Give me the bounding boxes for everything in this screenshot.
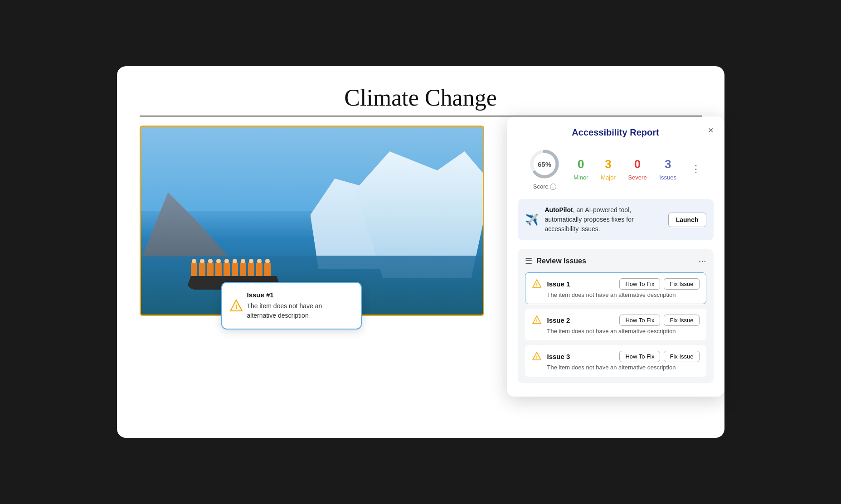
major-value: 3 bbox=[605, 157, 611, 171]
score-more-button[interactable]: ⋮ bbox=[689, 163, 703, 175]
person bbox=[207, 262, 214, 278]
svg-text:!: ! bbox=[235, 303, 237, 310]
review-section: ☰ Review Issues ··· ! Is bbox=[518, 249, 714, 383]
issue-item-1: ! Issue 1 How To Fix Fix Issue The item … bbox=[525, 272, 706, 304]
issue-1-row: Issue 1 How To Fix Fix Issue bbox=[547, 278, 700, 290]
issue-1-fix-issue-button[interactable]: Fix Issue bbox=[664, 278, 699, 290]
issue-2-warning-icon: ! bbox=[532, 315, 542, 327]
issue-1-actions: How To Fix Fix Issue bbox=[619, 278, 699, 290]
score-label: Score i bbox=[533, 183, 556, 190]
issue-3-actions: How To Fix Fix Issue bbox=[619, 351, 699, 362]
issue-3-description: The item does not have an alternative de… bbox=[547, 364, 700, 371]
slide-title: Climate Change bbox=[140, 84, 702, 111]
issue-1-how-to-fix-button[interactable]: How To Fix bbox=[619, 278, 660, 290]
person bbox=[199, 262, 205, 278]
autopilot-banner: ✈️ AutoPilot, an AI-powered tool, automa… bbox=[518, 199, 714, 240]
severe-item: 0 Severe bbox=[628, 157, 647, 181]
issue-tooltip: ! Issue #1 The item does not have an alt… bbox=[221, 282, 362, 330]
issue-3-name: Issue 3 bbox=[547, 353, 570, 360]
issues-value: 3 bbox=[665, 157, 671, 171]
severe-label: Severe bbox=[628, 174, 647, 181]
person bbox=[240, 262, 246, 278]
issues-label: Issues bbox=[659, 174, 676, 181]
issue-item-3: ! Issue 3 How To Fix Fix Issue The item … bbox=[525, 345, 706, 377]
minor-value: 0 bbox=[578, 157, 584, 171]
score-donut-chart: 65% bbox=[528, 148, 561, 180]
issue-3-warning-icon: ! bbox=[532, 351, 542, 363]
review-header: ☰ Review Issues ··· bbox=[525, 256, 706, 266]
svg-text:!: ! bbox=[536, 282, 537, 287]
review-issues-icon: ☰ bbox=[525, 256, 532, 266]
person bbox=[215, 262, 222, 278]
issue-2-description: The item does not have an alternative de… bbox=[547, 328, 700, 334]
main-container: Climate Change bbox=[117, 66, 724, 438]
score-item: 65% Score i bbox=[528, 148, 561, 190]
minor-label: Minor bbox=[574, 174, 588, 181]
review-issues-title: Review Issues bbox=[537, 257, 586, 265]
major-label: Major bbox=[601, 174, 616, 181]
svg-text:!: ! bbox=[536, 319, 537, 323]
score-row: 65% Score i 0 Minor 3 Major bbox=[518, 148, 714, 190]
slide-content: ! Issue #1 The item does not have an alt… bbox=[140, 126, 702, 316]
issue-1-description: The item does not have an alternative de… bbox=[547, 291, 700, 298]
svg-text:65%: 65% bbox=[538, 160, 551, 168]
autopilot-icon: ✈️ bbox=[525, 213, 539, 226]
panel-title: Accessibility Report bbox=[572, 127, 659, 138]
issues-item: 3 Issues bbox=[659, 157, 676, 181]
people-group bbox=[191, 262, 271, 278]
person bbox=[248, 262, 254, 278]
issue-1-name: Issue 1 bbox=[547, 280, 570, 288]
issue-2-fix-issue-button[interactable]: Fix Issue bbox=[664, 315, 699, 326]
autopilot-brand: AutoPilot bbox=[545, 206, 573, 213]
major-item: 3 Major bbox=[601, 157, 616, 181]
issue-3-row: Issue 3 How To Fix Fix Issue bbox=[547, 351, 700, 362]
issue-2-content: Issue 2 How To Fix Fix Issue The item do… bbox=[547, 315, 700, 334]
panel-header: Accessibility Report × bbox=[518, 127, 714, 138]
review-more-button[interactable]: ··· bbox=[699, 256, 706, 266]
person bbox=[224, 262, 230, 278]
issue-3-fix-issue-button[interactable]: Fix Issue bbox=[664, 351, 699, 362]
review-title-group: ☰ Review Issues bbox=[525, 256, 586, 266]
issue-1-warning-icon: ! bbox=[532, 279, 542, 291]
score-info-icon[interactable]: i bbox=[550, 184, 556, 190]
issue-2-name: Issue 2 bbox=[547, 316, 570, 324]
tooltip-title: Issue #1 bbox=[247, 291, 352, 299]
issue-2-how-to-fix-button[interactable]: How To Fix bbox=[619, 315, 660, 326]
launch-button[interactable]: Launch bbox=[668, 213, 706, 227]
autopilot-text: AutoPilot, an AI-powered tool, automatic… bbox=[545, 205, 662, 234]
issue-3-how-to-fix-button[interactable]: How To Fix bbox=[619, 351, 660, 362]
person bbox=[191, 262, 197, 278]
image-area: ! Issue #1 The item does not have an alt… bbox=[140, 126, 484, 316]
warning-icon: ! bbox=[229, 299, 243, 313]
svg-text:!: ! bbox=[536, 355, 537, 359]
tooltip-description: The item does not have an alternative de… bbox=[247, 301, 352, 320]
person bbox=[264, 262, 271, 278]
close-button[interactable]: × bbox=[708, 125, 714, 136]
issue-3-content: Issue 3 How To Fix Fix Issue The item do… bbox=[547, 351, 700, 371]
accessibility-panel: Accessibility Report × 65% Score i bbox=[507, 116, 724, 397]
minor-item: 0 Minor bbox=[574, 157, 588, 181]
person bbox=[256, 262, 263, 278]
issue-item-2: ! Issue 2 How To Fix Fix Issue The item … bbox=[525, 309, 706, 340]
issue-2-row: Issue 2 How To Fix Fix Issue bbox=[547, 315, 700, 326]
severe-value: 0 bbox=[634, 157, 641, 171]
issue-1-content: Issue 1 How To Fix Fix Issue The item do… bbox=[547, 278, 700, 298]
person bbox=[232, 262, 238, 278]
issue-2-actions: How To Fix Fix Issue bbox=[619, 315, 699, 326]
